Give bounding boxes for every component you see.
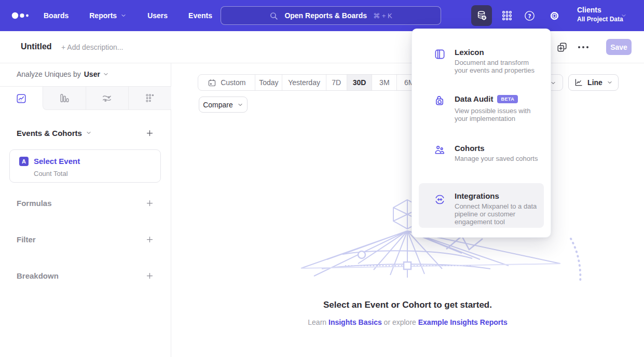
chart-type-tabs [0, 86, 171, 110]
svg-text:?: ? [528, 12, 531, 19]
chevron-down-icon [120, 12, 127, 19]
date-range-custom[interactable]: Custom [198, 75, 255, 90]
tab-bar-chart[interactable] [43, 87, 86, 110]
project-name: All Project Data [577, 16, 623, 23]
report-title[interactable]: Untitled [21, 42, 52, 51]
chevron-down-icon [86, 130, 92, 136]
top-navbar: Boards Reports Users Events Open Reports… [0, 0, 644, 31]
tab-breakdown-grid[interactable] [128, 87, 171, 110]
database-gear-icon [476, 10, 487, 21]
empty-state-links: Learn Insights Basics or explore Example… [171, 318, 644, 326]
cohorts-people-icon [434, 144, 446, 156]
tab-flow-chart[interactable] [86, 87, 129, 110]
chevron-down-icon [607, 79, 613, 86]
menu-item-lexicon[interactable]: Lexicon Document and transform your even… [419, 48, 544, 74]
events-section-label[interactable]: Events & Cohorts [17, 129, 92, 138]
main-canvas: Custom Today Yesterday 7D 30D 3M 6M Comp… [171, 63, 644, 357]
search-input[interactable]: Open Reports & Boards ⌘ + K [221, 6, 441, 25]
more-options-button[interactable] [578, 42, 593, 53]
save-button[interactable]: Save [606, 39, 632, 55]
plus-icon [146, 272, 154, 280]
line-chart-tab-icon [16, 93, 27, 104]
event-badge: A [19, 157, 29, 166]
org-name: Clients [577, 6, 623, 14]
dots-grid-tab-icon [144, 92, 156, 104]
search-shortcut: ⌘ + K [373, 12, 392, 20]
insights-basics-link[interactable]: Insights Basics [328, 318, 382, 326]
add-event-button[interactable] [144, 127, 155, 139]
empty-state: Select an Event or Cohort to get started… [171, 300, 644, 326]
date-range-7d[interactable]: 7D [326, 75, 347, 90]
grid-dots-icon [501, 9, 513, 22]
search-icon [269, 11, 278, 20]
nav-reports[interactable]: Reports [89, 11, 127, 20]
line-chart-icon [574, 78, 583, 87]
nav-events[interactable]: Events [188, 11, 212, 20]
search-placeholder: Open Reports & Boards [284, 11, 367, 20]
add-formula-button[interactable] [144, 197, 155, 209]
select-event-label[interactable]: Select Event [34, 157, 80, 166]
help-icon: ? [524, 10, 536, 22]
add-filter-button[interactable] [144, 234, 155, 245]
data-audit-icon [434, 95, 446, 107]
tab-insights-line[interactable] [0, 87, 43, 110]
main-nav: Boards Reports Users Events [44, 0, 212, 31]
analyze-value-dropdown[interactable]: User [84, 70, 109, 78]
project-switcher[interactable]: Clients All Project Data [577, 6, 623, 23]
menu-item-cohorts[interactable]: Cohorts Manage your saved cohorts [419, 144, 544, 162]
chevron-down-icon [237, 102, 243, 108]
empty-state-title: Select an Event or Cohort to get started… [171, 300, 644, 310]
duplicate-icon[interactable] [556, 42, 568, 53]
formulas-section-header: Formulas [17, 197, 155, 209]
gear-icon [549, 10, 560, 22]
date-range-control: Custom Today Yesterday 7D 30D 3M 6M [198, 74, 422, 91]
nav-users[interactable]: Users [147, 11, 168, 20]
example-reports-link[interactable]: Example Insights Reports [418, 318, 508, 326]
data-management-button[interactable] [471, 5, 492, 26]
date-range-yesterday[interactable]: Yesterday [282, 75, 326, 90]
settings-button[interactable] [544, 5, 565, 26]
breakdown-section-header: Breakdown [17, 270, 155, 281]
formulas-label: Formulas [17, 199, 52, 208]
plus-icon [146, 129, 154, 137]
filter-label: Filter [17, 235, 36, 244]
flow-tab-icon [101, 92, 113, 104]
add-breakdown-button[interactable] [144, 270, 155, 281]
bar-chart-tab-icon [59, 92, 70, 104]
event-selector-card[interactable]: A Select Event Count Total [9, 149, 161, 183]
plus-icon [146, 199, 154, 207]
apps-grid-button[interactable] [497, 5, 517, 26]
calendar-icon [208, 78, 216, 87]
integrations-sync-icon [434, 194, 446, 205]
mixpanel-logo-icon[interactable] [11, 10, 32, 21]
events-section-header: Events & Cohorts [17, 127, 155, 139]
query-sidebar: Analyze Uniques by User [0, 63, 171, 357]
lexicon-book-icon [434, 48, 446, 60]
chevron-down-icon [103, 71, 109, 77]
compare-button[interactable]: Compare [199, 97, 248, 113]
count-total-label[interactable]: Count Total [34, 170, 68, 177]
date-range-today[interactable]: Today [255, 75, 282, 90]
date-range-30d[interactable]: 30D [347, 75, 372, 90]
data-management-dropdown: Lexicon Document and transform your even… [412, 29, 551, 238]
plus-icon [146, 236, 154, 243]
filter-section-header: Filter [17, 234, 155, 245]
beta-badge: BETA [497, 95, 518, 103]
menu-item-integrations[interactable]: Integrations Connect Mixpanel to a data … [419, 183, 544, 228]
chevron-down-icon [621, 12, 627, 19]
description-placeholder[interactable]: + Add description... [61, 43, 123, 51]
nav-boards[interactable]: Boards [44, 11, 68, 20]
help-button[interactable]: ? [519, 5, 540, 26]
analyze-label: Analyze Uniques by [17, 70, 81, 78]
chart-type-dropdown[interactable]: Line [568, 74, 619, 91]
breakdown-label: Breakdown [17, 271, 59, 280]
analyze-row: Analyze Uniques by User [17, 70, 109, 78]
date-range-3m[interactable]: 3M [372, 75, 396, 90]
menu-item-data-audit[interactable]: Data AuditBETA View possible issues with… [419, 94, 544, 122]
